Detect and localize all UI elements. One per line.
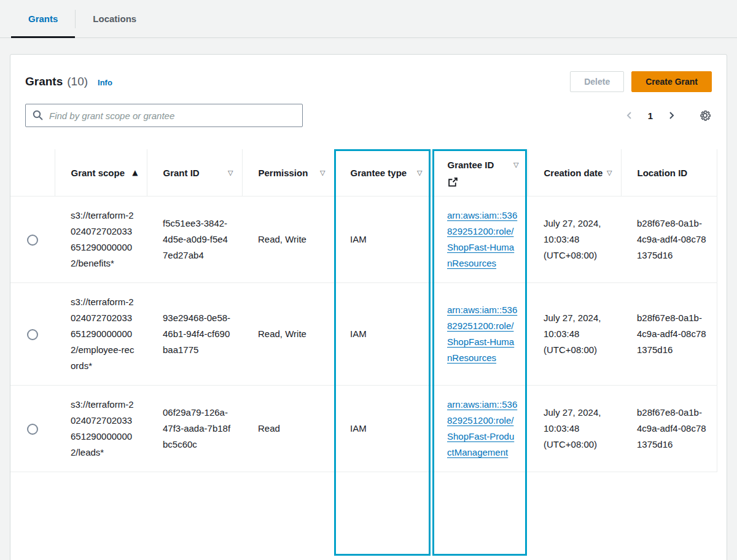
row-select-radio[interactable] bbox=[27, 424, 38, 435]
pagination: 1 bbox=[623, 109, 712, 122]
next-page-button[interactable] bbox=[665, 109, 677, 122]
column-header-creation-date[interactable]: Creation date ▽ bbox=[528, 149, 621, 196]
tab-grants[interactable]: Grants bbox=[11, 0, 75, 37]
grant-scope-cell: s3://terraform-2024072702033651290000000… bbox=[55, 386, 147, 472]
creation-date-cell: July 27, 2024, 10:03:48 (UTC+08:00) bbox=[528, 283, 621, 386]
grantee-id-cell: arn:aws:iam::536829251200:role/ShopFast-… bbox=[431, 196, 528, 283]
grant-scope-cell: s3://terraform-2024072702033651290000000… bbox=[55, 283, 147, 386]
creation-date-cell: July 27, 2024, 10:03:48 (UTC+08:00) bbox=[528, 386, 621, 472]
row-select-radio[interactable] bbox=[27, 329, 38, 340]
sort-ascending-icon: ▲ bbox=[132, 166, 138, 180]
page-number[interactable]: 1 bbox=[648, 111, 653, 121]
tab-locations[interactable]: Locations bbox=[76, 0, 154, 37]
creation-date-cell: July 27, 2024, 10:03:48 (UTC+08:00) bbox=[528, 196, 621, 283]
table-settings-button[interactable] bbox=[698, 109, 712, 122]
previous-page-button[interactable] bbox=[623, 109, 636, 122]
grantee-id-link[interactable]: arn:aws:iam::536829251200:role/ShopFast-… bbox=[447, 210, 517, 268]
grantee-type-cell: IAM bbox=[334, 386, 431, 472]
info-link[interactable]: Info bbox=[98, 78, 112, 87]
search-input[interactable] bbox=[25, 104, 303, 127]
row-select-radio[interactable] bbox=[27, 235, 38, 246]
gear-icon bbox=[698, 109, 712, 122]
permission-cell: Read, Write bbox=[242, 196, 334, 283]
grantee-id-cell: arn:aws:iam::536829251200:role/ShopFast-… bbox=[431, 283, 528, 386]
column-label: Creation date bbox=[544, 166, 603, 180]
column-header-grant-scope[interactable]: Grant scope ▲ bbox=[55, 149, 147, 196]
grantee-id-cell: arn:aws:iam::536829251200:role/ShopFast-… bbox=[431, 386, 528, 472]
column-label: Permission bbox=[259, 166, 308, 180]
create-grant-button[interactable]: Create Grant bbox=[631, 71, 712, 92]
column-header-grant-id[interactable]: Grant ID ▽ bbox=[147, 149, 242, 196]
delete-button[interactable]: Delete bbox=[570, 71, 624, 92]
location-id-cell: b28f67e8-0a1b-4c9a-adf4-08c781375d16 bbox=[621, 196, 717, 283]
column-label: Grantee ID bbox=[448, 158, 494, 172]
sort-caret-icon: ▽ bbox=[320, 166, 325, 180]
column-header-grantee-id[interactable]: Grantee ID ▽ bbox=[431, 149, 528, 196]
location-id-cell: b28f67e8-0a1b-4c9a-adf4-08c781375d16 bbox=[621, 386, 717, 472]
column-label: Grantee type bbox=[351, 166, 407, 180]
panel-count: (10) bbox=[67, 75, 88, 88]
grant-id-cell: f5c51ee3-3842-4d5e-a0d9-f5e47ed27ab4 bbox=[147, 196, 242, 283]
grant-id-cell: 06f29a79-126a-47f3-aada-7b18fbc5c60c bbox=[147, 386, 242, 472]
table-row: s3://terraform-2024072702033651290000000… bbox=[10, 283, 717, 386]
column-label: Grant ID bbox=[163, 166, 200, 180]
table-row: s3://terraform-2024072702033651290000000… bbox=[10, 386, 717, 472]
column-label: Grant scope bbox=[71, 166, 125, 180]
sort-caret-icon: ▽ bbox=[513, 158, 518, 172]
column-header-permission[interactable]: Permission ▽ bbox=[242, 149, 334, 196]
permission-cell: Read bbox=[242, 386, 334, 472]
tab-grants-label: Grants bbox=[28, 14, 58, 24]
grants-panel: Grants (10) Info Delete Create Grant bbox=[10, 54, 727, 560]
grantee-id-link[interactable]: arn:aws:iam::536829251200:role/ShopFast-… bbox=[447, 399, 517, 457]
grantee-type-cell: IAM bbox=[334, 283, 431, 386]
column-header-location-id[interactable]: Location ID bbox=[621, 149, 717, 196]
sort-caret-icon: ▽ bbox=[607, 166, 612, 180]
table-row: s3://terraform-2024072702033651290000000… bbox=[10, 196, 717, 283]
select-column-header bbox=[10, 149, 55, 196]
tab-locations-label: Locations bbox=[93, 14, 136, 24]
grantee-type-cell: IAM bbox=[334, 196, 431, 283]
grant-scope-cell: s3://terraform-2024072702033651290000000… bbox=[55, 196, 147, 283]
tab-bar: Grants Locations bbox=[0, 0, 737, 38]
location-id-cell: b28f67e8-0a1b-4c9a-adf4-08c781375d16 bbox=[621, 283, 717, 386]
external-link-icon bbox=[448, 177, 519, 187]
panel-title: Grants bbox=[25, 75, 63, 88]
column-header-grantee-type[interactable]: Grantee type ▽ bbox=[334, 149, 431, 196]
grants-table: Grant scope ▲ Grant ID ▽ Permission bbox=[10, 149, 717, 472]
sort-caret-icon: ▽ bbox=[417, 166, 422, 180]
sort-caret-icon: ▽ bbox=[228, 166, 233, 180]
grant-id-cell: 93e29468-0e58-46b1-94f4-cf690baa1775 bbox=[147, 283, 242, 386]
permission-cell: Read, Write bbox=[242, 283, 334, 386]
column-label: Location ID bbox=[638, 166, 688, 180]
grantee-id-link[interactable]: arn:aws:iam::536829251200:role/ShopFast-… bbox=[447, 305, 517, 363]
